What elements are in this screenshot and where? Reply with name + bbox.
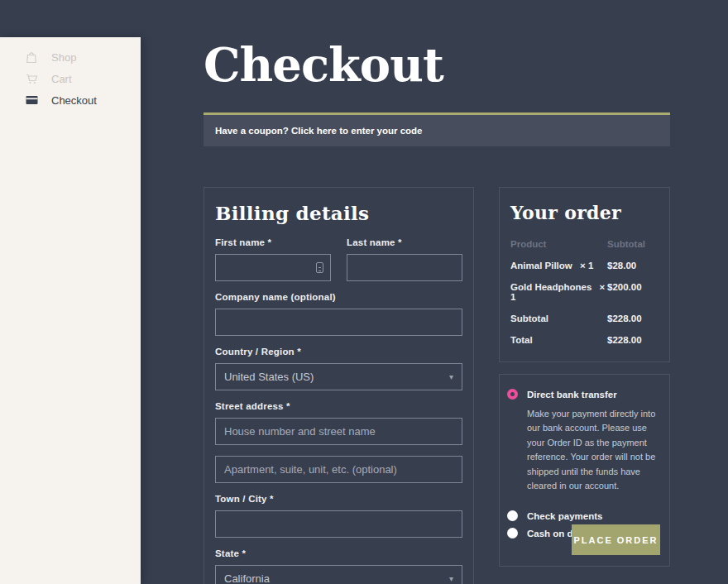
order-item-row: Animal Pillow × 1 $28.00 — [510, 255, 659, 276]
subtotal-label: Subtotal — [510, 314, 607, 323]
product-column-header: Product — [510, 239, 607, 249]
last-name-field: Last name * — [347, 237, 462, 281]
order-item-price: $28.00 — [607, 261, 659, 270]
total-value: $228.00 — [607, 335, 659, 345]
page-title: Checkout — [204, 38, 443, 91]
first-name-input[interactable] — [215, 254, 331, 281]
payment-option-check[interactable]: Check payments — [507, 510, 662, 521]
state-select[interactable]: California ▾ — [215, 565, 462, 584]
coupon-text: Have a coupon? Click here to enter your … — [215, 126, 423, 136]
place-order-button[interactable]: PLACE ORDER — [572, 524, 660, 555]
city-field: Town / City * — [215, 494, 462, 538]
street-address-field: Street address * — [215, 401, 462, 445]
payment-option-label: Check payments — [527, 511, 602, 521]
company-input[interactable] — [215, 309, 462, 336]
company-label: Company name (optional) — [215, 292, 462, 302]
main-content: Checkout Have a coupon? Click here to en… — [204, 0, 670, 584]
chevron-down-icon: ▾ — [449, 574, 453, 583]
payment-option-label: Direct bank transfer — [527, 390, 617, 400]
order-subtotal-row: Subtotal $228.00 — [510, 308, 659, 329]
sidebar: Shop Cart Checkout — [0, 37, 141, 584]
shopping-bag-icon — [25, 50, 38, 64]
last-name-input[interactable] — [347, 254, 462, 281]
city-label: Town / City * — [215, 494, 462, 504]
order-table-header: Product Subtotal — [510, 233, 659, 255]
country-select[interactable]: United States (US) ▾ — [215, 363, 462, 390]
radio-selected-icon[interactable] — [507, 389, 518, 400]
order-item-name: Gold Headphones — [510, 282, 592, 292]
street-address-label: Street address * — [215, 401, 462, 411]
last-name-label: Last name * — [347, 237, 462, 247]
street-address2-field — [215, 456, 462, 483]
sidebar-item-shop[interactable]: Shop — [0, 46, 141, 68]
street-address-input[interactable] — [215, 418, 462, 445]
order-item-price: $200.00 — [607, 282, 659, 292]
total-label: Total — [510, 335, 607, 345]
autofill-icon[interactable] — [316, 262, 323, 273]
payment-option-bank-transfer[interactable]: Direct bank transfer — [507, 389, 662, 400]
chevron-down-icon: ▾ — [449, 372, 453, 381]
sidebar-item-label: Checkout — [51, 94, 97, 107]
order-summary-panel: Your order Product Subtotal Animal Pillo… — [499, 187, 670, 362]
order-item-name: Animal Pillow — [510, 261, 572, 270]
billing-details-panel: Billing details First name * Last name *… — [204, 187, 474, 584]
first-name-label: First name * — [215, 237, 331, 247]
subtotal-value: $228.00 — [607, 314, 659, 323]
sidebar-item-checkout[interactable]: Checkout — [0, 89, 141, 111]
street-address2-input[interactable] — [215, 456, 462, 483]
order-item-qty: × 1 — [580, 261, 593, 270]
first-name-field: First name * — [215, 237, 331, 281]
state-select-value: California — [224, 572, 270, 584]
country-field: Country / Region * United States (US) ▾ — [215, 347, 462, 390]
radio-unselected-icon[interactable] — [507, 510, 518, 521]
country-label: Country / Region * — [215, 347, 462, 357]
shopping-cart-icon — [25, 72, 38, 85]
state-label: State * — [215, 548, 462, 558]
sidebar-item-cart[interactable]: Cart — [0, 68, 141, 89]
sidebar-item-label: Shop — [51, 51, 76, 64]
payment-description: Make your payment directly into our bank… — [527, 407, 663, 493]
subtotal-column-header: Subtotal — [607, 239, 659, 249]
order-title: Your order — [510, 202, 659, 223]
order-total-row: Total $228.00 — [510, 329, 659, 351]
coupon-banner[interactable]: Have a coupon? Click here to enter your … — [204, 112, 670, 146]
state-field: State * California ▾ — [215, 548, 462, 584]
sidebar-item-label: Cart — [51, 73, 72, 85]
credit-card-icon — [25, 93, 38, 107]
radio-unselected-icon[interactable] — [507, 528, 518, 539]
country-select-value: United States (US) — [224, 371, 314, 383]
order-table: Product Subtotal Animal Pillow × 1 $28.0… — [510, 233, 659, 351]
order-item-row: Gold Headphones × 1 $200.00 — [510, 276, 659, 308]
billing-title: Billing details — [215, 202, 462, 224]
company-field: Company name (optional) — [215, 292, 462, 336]
payment-methods-panel: Direct bank transfer Make your payment d… — [499, 374, 670, 567]
city-input[interactable] — [215, 510, 462, 538]
